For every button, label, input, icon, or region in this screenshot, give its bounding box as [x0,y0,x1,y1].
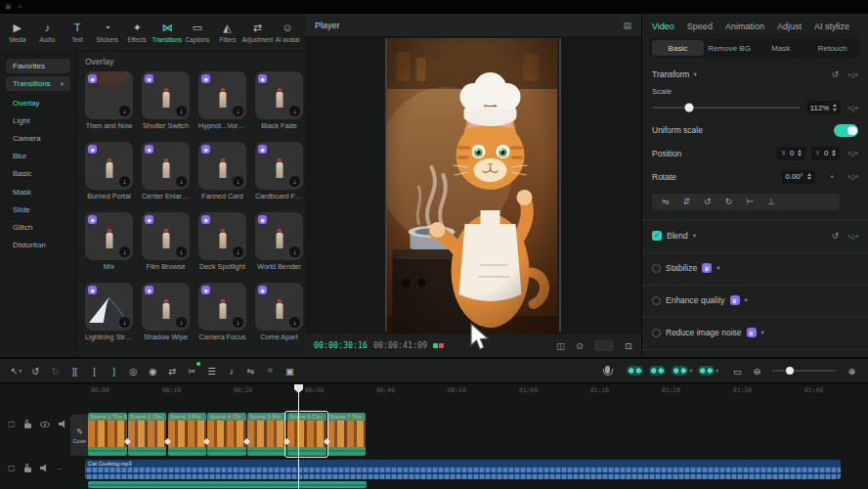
keyframe-icon[interactable]: ‹◇› [847,149,858,157]
timeline-clip[interactable]: Scene 1 The S [88,413,127,456]
rotate-dial-icon[interactable]: ◔ [829,172,834,182]
transition-item[interactable]: ◆↓Center Enlarge [142,142,190,200]
checkbox-icon[interactable] [652,329,661,337]
transition-item[interactable]: ◆↓Film Browse [142,212,190,271]
position-y-box[interactable]: Y 0 [811,147,840,160]
keyframe-icon[interactable]: ‹◇› [847,172,858,181]
keyframe-icon[interactable]: ‹◇› [847,232,858,241]
playhead-line[interactable] [298,384,299,489]
position-x-box[interactable]: X 0 [777,147,805,160]
compare-icon[interactable]: ◫ [556,340,565,351]
flip-vertical-icon[interactable]: ⇵ [683,197,691,206]
keyframe-icon[interactable]: ‹◇› [847,104,858,112]
zoom-out-button[interactable]: ⊖ [749,362,765,379]
transition-item[interactable]: ◆↓Shutter Switch [142,71,190,130]
scale-stepper[interactable] [833,104,837,111]
sound-effect-clip[interactable] [88,481,367,488]
sidebar-item-glitch[interactable]: Glitch [0,218,76,236]
keyframe-toggle[interactable]: ▾ [672,362,692,379]
sidebar-item-favorites[interactable]: Favorites [6,59,70,73]
transform-section-header[interactable]: Transform ▾ ↺ ‹◇› [652,69,858,79]
scale-value-box[interactable]: 112% [806,101,841,114]
crop-button[interactable]: ⌗ [262,362,279,379]
section-stabilize[interactable]: Stabilize♛▾ [652,262,858,275]
chevron-down-icon[interactable]: ▾ [693,232,696,240]
tool-text[interactable]: TText [63,22,92,43]
player-menu-icon[interactable]: ▤ [623,21,631,30]
subtab-remove-bg[interactable]: Remove BG [704,40,756,56]
eye-icon[interactable] [40,422,50,427]
tool-transitions[interactable]: ⋈Transitions [152,22,182,43]
subtab-mask[interactable]: Mask [756,40,807,56]
track-collapse-icon[interactable]: ▢ [8,464,16,472]
keyframe-icon[interactable]: ‹◇› [847,70,858,79]
align-left-icon[interactable]: ⊢ [746,197,754,206]
mask-button[interactable]: ▣ [282,362,298,379]
trim-right-button[interactable]: ] [106,362,122,379]
select-tool[interactable]: ↖▾ [8,362,24,379]
mute-icon[interactable] [40,465,49,472]
split-button[interactable]: ][ [66,362,83,379]
magnetic-toggle[interactable] [627,362,643,379]
subtab-retouch[interactable]: Retouch [806,40,858,56]
tab-adjust[interactable]: Adjust [777,22,802,31]
timeline-clip[interactable]: Scene 3 Pre [168,413,207,456]
tool-effects[interactable]: ✦Effects [123,22,152,43]
autoscroll-toggle[interactable]: ▾ [698,362,718,379]
track-resize-handle[interactable]: ‒ [58,464,62,472]
transition-item[interactable]: ◆↓Then and Now [85,71,133,130]
transition-item[interactable]: ◆↓Come Apart [255,283,303,341]
section-enhance-quality[interactable]: Enhance quality♛▾ [652,294,858,307]
tool-media[interactable]: ▶Media [3,22,32,43]
tool-filters[interactable]: ◭Filters [213,22,242,43]
sidebar-item-overlay[interactable]: Overlay [0,94,76,111]
scale-slider-knob[interactable] [684,104,693,112]
checkbox-icon[interactable] [652,264,661,273]
extract-audio-button[interactable]: ♪ [223,362,239,379]
lock-icon[interactable] [24,467,31,472]
chevron-down-icon[interactable]: ▾ [761,329,764,336]
tab-animation[interactable]: Animation [725,22,764,31]
reset-icon[interactable]: ↺ [832,231,840,241]
sidebar-item-slide[interactable]: Slide [0,200,76,218]
audio-clip[interactable]: Cat Cooking.mp3 [85,460,841,479]
transcript-button[interactable]: ☰ [203,362,220,379]
zoom-in-button[interactable]: ⊕ [844,362,860,379]
quality-chip[interactable] [594,340,614,351]
tab-speed[interactable]: Speed [687,22,713,31]
section-blend[interactable]: ✓Blend▾↺‹◇› [652,230,858,243]
sidebar-item-transitions[interactable]: Transitions ▾ [6,76,70,91]
mute-icon[interactable] [59,421,67,428]
rotate-stepper[interactable] [807,173,811,181]
transition-item[interactable]: ◆↓Mix [85,212,133,271]
player-video[interactable] [386,38,561,332]
uniform-scale-toggle[interactable] [834,124,858,137]
transition-item[interactable]: ◆↓Camera Focus [198,283,246,341]
smart-split-button[interactable]: ✂ [184,362,200,379]
loop-button[interactable]: ◉ [145,362,161,379]
scale-slider[interactable] [652,107,800,109]
rotate-right-icon[interactable]: ↻ [725,197,733,206]
sidebar-item-light[interactable]: Light [0,111,76,129]
edit-cover-button[interactable]: ✎ Cover [70,415,89,456]
chevron-down-icon[interactable]: ▾ [716,264,719,272]
section-reduce-image-noise[interactable]: Reduce image noise♛▾ [652,327,858,339]
transition-item[interactable]: ◆↓World Bender [255,212,303,271]
rotate-value-box[interactable]: 0.00° [782,170,815,184]
transition-item[interactable]: ◆↓Deck Spotlight [198,212,246,271]
redo-button[interactable]: ↻ [47,362,64,379]
fullscreen-icon[interactable]: ⊡ [625,340,632,351]
transition-item[interactable]: ◆↓Fanned Card [198,142,246,200]
timeline-clip[interactable]: Scene 5 Mix [247,413,286,456]
tool-audio[interactable]: ♪Audio [33,22,63,43]
position-x-stepper[interactable] [798,150,802,157]
timeline-zoom-slider[interactable] [772,370,837,372]
freeze-frame-button[interactable]: ◎ [125,362,142,379]
align-bottom-icon[interactable]: ⊥ [767,197,775,206]
undo-button[interactable]: ↺ [27,362,44,379]
preview-monitor-button[interactable]: ▭ [729,362,746,379]
tool-captions[interactable]: ▭Captions [183,22,212,43]
transition-item[interactable]: ◆↓Lightning Strike [85,283,133,341]
track-collapse-icon[interactable]: ▢ [8,420,16,428]
tool-stickers[interactable]: ◔Stickers [93,22,122,43]
